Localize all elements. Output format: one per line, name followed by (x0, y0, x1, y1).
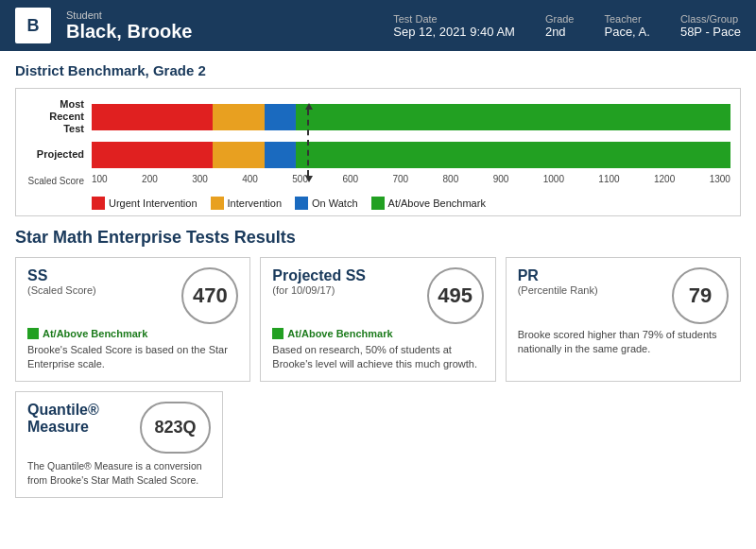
scale-800: 800 (443, 174, 459, 184)
scale-600: 600 (342, 174, 358, 184)
student-label: Student (66, 9, 378, 21)
scale-row: Scaled Score 100 200 300 400 500 600 700… (26, 174, 730, 189)
ss-badge: At/Above Benchmark (27, 328, 238, 339)
marker-line (307, 110, 309, 176)
legend-label-intervention: Intervention (228, 197, 282, 209)
teacher-group: Teacher Pace, A. (604, 13, 649, 39)
scale-900: 900 (493, 174, 509, 184)
scale-200: 200 (142, 174, 158, 184)
projected-title: Projected SS (272, 267, 366, 284)
scale-300: 300 (192, 174, 208, 184)
scale-label: Scaled Score (26, 174, 92, 189)
benchmark-title: District Benchmark, Grade 2 (15, 62, 741, 78)
chart-legend: Urgent Intervention Intervention On Watc… (92, 197, 730, 210)
legend-box-intervention (211, 197, 224, 210)
teacher-value: Pace, A. (604, 25, 649, 39)
projected-card: Projected SS (for 10/09/17) 495 At/Above… (260, 257, 495, 383)
pr-desc: Brooke scored higher than 79% of student… (518, 328, 729, 357)
pr-title: PR (518, 267, 598, 284)
teacher-label: Teacher (604, 13, 641, 25)
segment-onwatch-2 (265, 142, 297, 168)
ss-badge-text: At/Above Benchmark (43, 328, 147, 339)
projected-bar (92, 142, 730, 168)
scale-1100: 1100 (598, 174, 619, 184)
test-date-value: Sep 12, 2021 9:40 AM (393, 25, 515, 39)
projected-subtitle: (for 10/09/17) (272, 284, 366, 296)
main-content: District Benchmark, Grade 2 Most RecentT… (0, 51, 756, 509)
legend-urgent: Urgent Intervention (92, 197, 198, 210)
student-info: Student Black, Brooke (66, 9, 378, 43)
scale-1200: 1200 (654, 174, 675, 184)
segment-urgent-1 (92, 104, 213, 130)
quantile-desc: The Quantile® Measure is a conversion fr… (27, 459, 211, 487)
quantile-card-header: Quantile® Measure 823Q (27, 402, 211, 454)
pr-card-header: PR (Percentile Rank) 79 (518, 267, 729, 324)
projected-value: 495 (427, 267, 484, 324)
page-header: B Student Black, Brooke Test Date Sep 12… (0, 0, 756, 51)
quantile-title-block: Quantile® Measure (27, 402, 99, 436)
test-date-label: Test Date (393, 13, 437, 25)
legend-label-benchmark: At/Above Benchmark (388, 197, 486, 209)
results-cards-row: SS (Scaled Score) 470 At/Above Benchmark… (15, 257, 741, 383)
scale-values: 100 200 300 400 500 600 700 800 900 1000… (92, 174, 730, 184)
scale-1000: 1000 (543, 174, 564, 184)
benchmark-chart: Most RecentTest Projected (15, 88, 741, 216)
legend-box-benchmark (371, 197, 385, 210)
scale-1300: 1300 (710, 174, 730, 184)
most-recent-label: Most RecentTest (26, 98, 92, 136)
legend-label-onwatch: On Watch (312, 197, 358, 209)
segment-benchmark-2 (296, 142, 730, 168)
segment-intervention-2 (213, 142, 264, 168)
legend-label-urgent: Urgent Intervention (109, 197, 198, 209)
quantile-title2: Measure (27, 419, 99, 436)
header-meta: Test Date Sep 12, 2021 9:40 AM Grade 2nd… (393, 13, 741, 39)
projected-card-header: Projected SS (for 10/09/17) 495 (272, 267, 483, 324)
quantile-card: Quantile® Measure 823Q The Quantile® Mea… (15, 391, 223, 497)
most-recent-bar (92, 104, 730, 130)
class-value: 58P - Pace (680, 25, 741, 39)
most-recent-row: Most RecentTest (26, 98, 730, 136)
chart-body: Most RecentTest Projected (26, 98, 730, 168)
student-name: Black, Brooke (66, 21, 378, 43)
ss-title-block: SS (Scaled Score) (27, 267, 96, 296)
grade-label: Grade (545, 13, 575, 25)
class-label: Class/Group (680, 13, 738, 25)
bottom-row: Quantile® Measure 823Q The Quantile® Mea… (15, 391, 741, 497)
avatar: B (15, 8, 51, 43)
ss-card-header: SS (Scaled Score) 470 (27, 267, 238, 324)
segment-benchmark-1 (296, 104, 730, 130)
legend-intervention: Intervention (211, 197, 282, 210)
ss-desc: Brooke's Scaled Score is based on the St… (27, 343, 238, 372)
legend-box-urgent (92, 197, 105, 210)
ss-value: 470 (181, 267, 238, 324)
marker-arrow-top (305, 103, 313, 110)
legend-benchmark: At/Above Benchmark (371, 197, 486, 210)
scale-100: 100 (92, 174, 108, 184)
ss-title: SS (27, 267, 96, 284)
projected-desc: Based on research, 50% of students at Br… (272, 343, 483, 372)
legend-onwatch: On Watch (295, 197, 358, 210)
projected-badge-icon (272, 328, 284, 339)
ss-badge-icon (27, 328, 39, 339)
pr-title-block: PR (Percentile Rank) (518, 267, 598, 296)
segment-intervention-1 (213, 104, 264, 130)
grade-value: 2nd (545, 25, 566, 39)
marker-arrow-bottom (305, 176, 313, 182)
results-title: Star Math Enterprise Tests Results (15, 228, 741, 248)
test-date-group: Test Date Sep 12, 2021 9:40 AM (393, 13, 515, 39)
quantile-title: Quantile® (27, 402, 99, 419)
legend-box-onwatch (295, 197, 308, 210)
segment-onwatch-1 (265, 104, 297, 130)
pr-card: PR (Percentile Rank) 79 Brooke scored hi… (506, 257, 741, 383)
scale-400: 400 (242, 174, 258, 184)
projected-title-block: Projected SS (for 10/09/17) (272, 267, 366, 296)
ss-subtitle: (Scaled Score) (27, 284, 96, 296)
grade-group: Grade 2nd (545, 13, 575, 39)
class-group: Class/Group 58P - Pace (680, 13, 741, 39)
ss-card: SS (Scaled Score) 470 At/Above Benchmark… (15, 257, 250, 383)
projected-badge-text: At/Above Benchmark (287, 328, 392, 339)
scale-700: 700 (392, 174, 408, 184)
projected-label: Projected (26, 148, 92, 161)
pr-subtitle: (Percentile Rank) (518, 284, 598, 296)
projected-row: Projected (26, 142, 730, 168)
